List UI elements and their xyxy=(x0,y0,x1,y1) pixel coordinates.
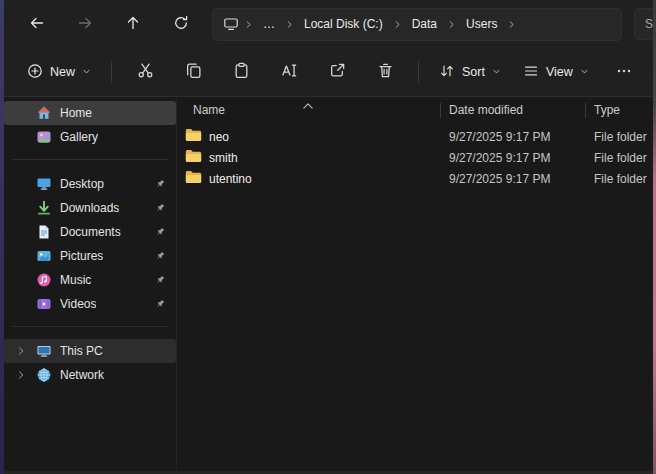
sidebar-item-network[interactable]: Network xyxy=(4,363,176,387)
breadcrumb-users[interactable]: Users xyxy=(457,13,506,35)
column-header-label: Type xyxy=(594,103,620,117)
column-header-label: Name xyxy=(193,103,225,117)
view-button[interactable]: View xyxy=(512,55,600,90)
chevron-right-icon xyxy=(507,20,516,29)
navigation-bar: … Local Disk (C:) Data Users Se xyxy=(0,0,656,48)
share-button[interactable] xyxy=(316,54,358,90)
breadcrumb-data[interactable]: Data xyxy=(403,13,446,35)
file-list-pane: Name Date modified Type neo 9/27/2025 9:… xyxy=(176,97,656,474)
breadcrumb-overflow-button[interactable]: … xyxy=(254,13,284,35)
pictures-icon xyxy=(36,248,52,264)
chevron-down-icon xyxy=(82,65,91,79)
pin-icon xyxy=(154,178,166,190)
sidebar-item-label: Pictures xyxy=(60,249,103,263)
view-list-icon xyxy=(523,63,539,82)
rename-button[interactable] xyxy=(268,54,310,90)
delete-button[interactable] xyxy=(364,54,406,90)
folder-icon xyxy=(185,128,202,145)
sidebar-item-label: Network xyxy=(60,368,104,382)
column-header-label: Date modified xyxy=(449,103,523,117)
sidebar-divider xyxy=(12,159,168,160)
breadcrumb-local-disk-c[interactable]: Local Disk (C:) xyxy=(295,13,392,35)
refresh-icon xyxy=(173,15,189,34)
column-headers: Name Date modified Type xyxy=(177,97,656,123)
file-row-utentino[interactable]: utentino 9/27/2025 9:17 PM File folder xyxy=(177,168,656,189)
chevron-down-icon xyxy=(580,65,589,79)
column-header-name[interactable]: Name xyxy=(177,97,441,123)
file-rows: neo 9/27/2025 9:17 PM File folder smith … xyxy=(177,126,656,189)
file-date-modified: 9/27/2025 9:17 PM xyxy=(441,130,586,144)
copy-icon xyxy=(185,62,202,82)
forward-button[interactable] xyxy=(68,7,102,41)
file-name: utentino xyxy=(209,172,252,186)
sidebar-item-gallery[interactable]: Gallery xyxy=(4,125,176,149)
trash-icon xyxy=(377,62,394,82)
view-button-label: View xyxy=(546,65,573,79)
paste-icon xyxy=(233,62,250,82)
sidebar-item-home[interactable]: Home xyxy=(4,101,176,125)
videos-icon xyxy=(36,296,52,312)
sidebar-item-documents[interactable]: Documents xyxy=(4,220,176,244)
navigation-pane: Home Gallery Desktop Downloads Documents xyxy=(4,97,176,474)
music-icon xyxy=(36,272,52,288)
new-button-label: New xyxy=(50,65,75,79)
file-date-modified: 9/27/2025 9:17 PM xyxy=(441,172,586,186)
up-button[interactable] xyxy=(116,7,150,41)
sidebar-item-label: Home xyxy=(60,106,92,120)
sort-ascending-icon xyxy=(303,98,313,112)
folder-icon xyxy=(185,149,202,166)
expand-chevron-icon[interactable] xyxy=(16,370,36,380)
sidebar-item-this-pc[interactable]: This PC xyxy=(4,339,176,363)
cut-icon xyxy=(137,62,154,82)
sidebar-item-label: This PC xyxy=(60,344,103,358)
chevron-right-icon xyxy=(244,20,253,29)
sidebar-divider xyxy=(12,326,168,327)
file-date-modified: 9/27/2025 9:17 PM xyxy=(441,151,586,165)
cut-button[interactable] xyxy=(124,54,166,90)
expand-chevron-icon[interactable] xyxy=(16,346,36,356)
column-header-date-modified[interactable]: Date modified xyxy=(441,97,586,123)
sidebar-item-pictures[interactable]: Pictures xyxy=(4,244,176,268)
copy-button[interactable] xyxy=(172,54,214,90)
sidebar-item-downloads[interactable]: Downloads xyxy=(4,196,176,220)
back-icon xyxy=(29,15,45,34)
sort-button[interactable]: Sort xyxy=(428,55,512,90)
column-header-type[interactable]: Type xyxy=(586,97,656,123)
refresh-button[interactable] xyxy=(164,7,198,41)
sidebar-item-videos[interactable]: Videos xyxy=(4,292,176,316)
sort-button-label: Sort xyxy=(462,65,485,79)
sidebar-item-label: Gallery xyxy=(60,130,98,144)
pin-icon xyxy=(154,298,166,310)
sidebar-item-label: Music xyxy=(60,273,91,287)
up-arrow-icon xyxy=(125,15,141,34)
explorer-content: Home Gallery Desktop Downloads Documents xyxy=(0,97,656,474)
file-row-neo[interactable]: neo 9/27/2025 9:17 PM File folder xyxy=(177,126,656,147)
rename-icon xyxy=(281,62,298,82)
folder-icon xyxy=(185,170,202,187)
file-type: File folder xyxy=(586,151,656,165)
forward-icon xyxy=(77,15,93,34)
chevron-right-icon xyxy=(285,20,294,29)
pin-icon xyxy=(154,274,166,286)
home-icon xyxy=(36,105,52,121)
more-options-button[interactable] xyxy=(603,54,645,90)
sidebar-item-music[interactable]: Music xyxy=(4,268,176,292)
network-icon xyxy=(36,367,52,383)
address-bar[interactable]: … Local Disk (C:) Data Users xyxy=(212,8,622,41)
command-toolbar: New Sort View xyxy=(0,48,656,97)
this-pc-icon xyxy=(36,343,52,359)
back-button[interactable] xyxy=(20,7,54,41)
desktop-icon xyxy=(36,176,52,192)
chevron-right-icon xyxy=(393,20,402,29)
sidebar-item-label: Desktop xyxy=(60,177,104,191)
sidebar-item-desktop[interactable]: Desktop xyxy=(4,172,176,196)
file-row-smith[interactable]: smith 9/27/2025 9:17 PM File folder xyxy=(177,147,656,168)
file-name: smith xyxy=(209,151,238,165)
share-icon xyxy=(329,62,346,82)
new-plus-icon xyxy=(27,63,43,82)
this-pc-icon xyxy=(223,16,239,32)
paste-button[interactable] xyxy=(220,54,262,90)
window-left-border xyxy=(0,0,4,474)
file-type: File folder xyxy=(586,130,656,144)
new-button[interactable]: New xyxy=(16,55,102,90)
